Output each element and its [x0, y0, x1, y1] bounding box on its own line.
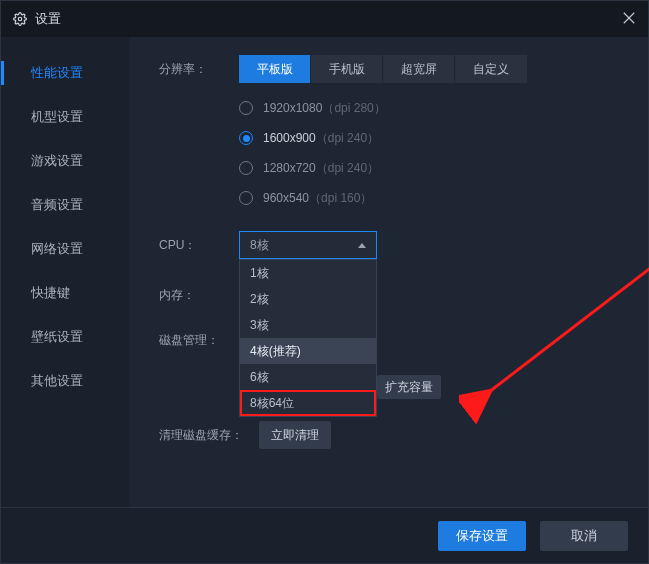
cpu-select-dropdown: 1核 2核 3核 4核(推荐) 6核 8核64位: [239, 259, 377, 417]
main-panel: 分辨率： 平板版 手机版 超宽屏 自定义 1920x1080（dpi 280）: [129, 37, 648, 563]
row-resolution: 分辨率： 平板版 手机版 超宽屏 自定义 1920x1080（dpi 280）: [159, 55, 624, 209]
sidebar-item-performance[interactable]: 性能设置: [1, 51, 129, 95]
sidebar-item-game[interactable]: 游戏设置: [1, 139, 129, 183]
cancel-button[interactable]: 取消: [540, 521, 628, 551]
label-cpu: CPU：: [159, 231, 239, 254]
cpu-option-1[interactable]: 1核: [240, 260, 376, 286]
cpu-option-2[interactable]: 2核: [240, 286, 376, 312]
sidebar-item-label: 壁纸设置: [31, 329, 83, 344]
sidebar-item-label: 其他设置: [31, 373, 83, 388]
sidebar-item-label: 机型设置: [31, 109, 83, 124]
seg-ultrawide[interactable]: 超宽屏: [383, 55, 455, 83]
sidebar: 性能设置 机型设置 游戏设置 音频设置 网络设置 快捷键 壁纸设置 其他设置: [1, 37, 129, 563]
row-cpu: CPU： 8核 1核 2核 3核 4核(推荐) 6核 8核64位: [159, 231, 624, 259]
radio-dot-icon: [239, 191, 253, 205]
save-button[interactable]: 保存设置: [438, 521, 526, 551]
label-resolution: 分辨率：: [159, 55, 239, 78]
sidebar-item-label: 性能设置: [31, 65, 83, 80]
resolution-controls: 平板版 手机版 超宽屏 自定义 1920x1080（dpi 280）: [239, 55, 527, 209]
sidebar-item-label: 网络设置: [31, 241, 83, 256]
clear-cache-button[interactable]: 立即清理: [259, 421, 331, 449]
row-disk-options: 手动管理磁盘大小 扩充容量: [159, 375, 624, 399]
sidebar-item-shortcut[interactable]: 快捷键: [1, 271, 129, 315]
settings-window: 设置 性能设置 机型设置 游戏设置 音频设置 网络设置 快捷键 壁纸设置 其他设…: [0, 0, 649, 564]
row-clear-cache: 清理磁盘缓存： 立即清理: [159, 421, 624, 449]
body: 性能设置 机型设置 游戏设置 音频设置 网络设置 快捷键 壁纸设置 其他设置 分…: [1, 37, 648, 563]
titlebar: 设置: [1, 1, 648, 37]
sidebar-item-wallpaper[interactable]: 壁纸设置: [1, 315, 129, 359]
radio-1600x900[interactable]: 1600x900（dpi 240）: [239, 127, 527, 149]
sidebar-item-label: 快捷键: [31, 285, 70, 300]
expand-capacity-button[interactable]: 扩充容量: [377, 375, 441, 399]
seg-custom[interactable]: 自定义: [455, 55, 527, 83]
resolution-radios: 1920x1080（dpi 280） 1600x900（dpi 240） 128…: [239, 97, 527, 209]
cpu-select-header[interactable]: 8核: [239, 231, 377, 259]
sidebar-item-label: 游戏设置: [31, 153, 83, 168]
radio-1920x1080[interactable]: 1920x1080（dpi 280）: [239, 97, 527, 119]
cpu-option-4-recommended[interactable]: 4核(推荐): [240, 338, 376, 364]
footer: 保存设置 取消: [1, 507, 648, 563]
cpu-option-3[interactable]: 3核: [240, 312, 376, 338]
cpu-option-6[interactable]: 6核: [240, 364, 376, 390]
radio-960x540[interactable]: 960x540（dpi 160）: [239, 187, 527, 209]
svg-point-0: [18, 17, 22, 21]
label-disk: 磁盘管理：: [159, 326, 239, 349]
resolution-segmented: 平板版 手机版 超宽屏 自定义: [239, 55, 527, 83]
radio-1280x720[interactable]: 1280x720（dpi 240）: [239, 157, 527, 179]
seg-tablet[interactable]: 平板版: [239, 55, 311, 83]
sidebar-item-device[interactable]: 机型设置: [1, 95, 129, 139]
seg-phone[interactable]: 手机版: [311, 55, 383, 83]
row-disk: 磁盘管理：: [159, 326, 624, 349]
chevron-up-icon: [358, 243, 366, 248]
sidebar-item-network[interactable]: 网络设置: [1, 227, 129, 271]
radio-dot-icon: [239, 161, 253, 175]
radio-dot-icon: [239, 131, 253, 145]
cpu-option-8-64bit[interactable]: 8核64位: [240, 390, 376, 416]
label-memory: 内存：: [159, 281, 239, 304]
gear-icon: [13, 12, 27, 26]
radio-dot-icon: [239, 101, 253, 115]
sidebar-item-audio[interactable]: 音频设置: [1, 183, 129, 227]
sidebar-item-label: 音频设置: [31, 197, 83, 212]
close-icon[interactable]: [620, 9, 638, 27]
window-title: 设置: [35, 10, 61, 28]
row-memory: 内存：: [159, 281, 624, 304]
cpu-select: 8核 1核 2核 3核 4核(推荐) 6核 8核64位: [239, 231, 377, 259]
label-clear-cache: 清理磁盘缓存：: [159, 421, 259, 444]
sidebar-item-other[interactable]: 其他设置: [1, 359, 129, 403]
cpu-select-value: 8核: [250, 237, 269, 254]
